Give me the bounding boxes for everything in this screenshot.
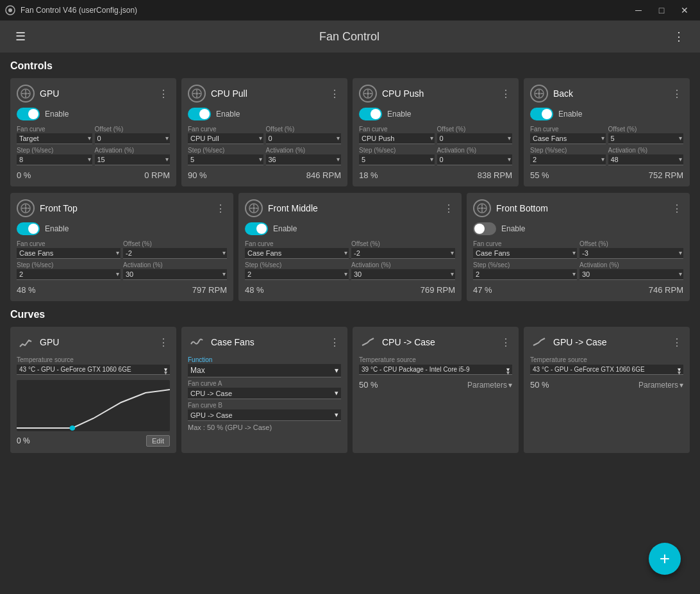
cpu-push-step-select[interactable]: 5 [359,154,435,165]
curve-icon-case-fans [188,333,206,351]
cpu-pull-toggle[interactable] [188,108,211,120]
control-card-front-top: Front Top ⋮ Enable Fan curve Case Fans [10,193,233,301]
cpu-pull-fan-curve-select[interactable]: CPU Pull [188,133,263,144]
add-fab-button[interactable]: + [649,543,681,575]
maximize-button[interactable]: □ [651,0,672,21]
gpu-fan-curve-select[interactable]: Target [17,133,92,144]
cpu-pull-menu-btn[interactable]: ⋮ [328,88,341,100]
front-middle-offset-field: Offset (%) -2 [351,240,455,259]
back-activation-select[interactable]: 48 [608,154,684,165]
back-activation-field: Activation (%) 48 [608,147,684,165]
cpu-pull-activation-field: Activation (%) 36 [266,147,342,165]
curves-section-title: Curves [10,309,690,320]
gpu-step-select[interactable]: 8 [17,154,92,165]
back-pct: 55 % [530,170,549,180]
front-bottom-fan-curve-select[interactable]: Case Fans [473,248,577,259]
back-offset-select[interactable]: 5 [608,133,684,144]
front-bottom-toggle[interactable] [473,222,496,235]
front-top-activation-select[interactable]: 30 [123,269,227,280]
front-middle-toggle[interactable] [245,222,268,235]
gpu-step-field: Step (%/sec) 8 [17,147,92,165]
card-header-back: Back ⋮ [530,85,683,103]
front-bottom-step-field: Step (%/sec) 2 [473,261,577,280]
cpu-push-menu-btn[interactable]: ⋮ [499,88,512,100]
gpu-offset-select[interactable]: 0 [95,133,171,144]
front-top-toggle[interactable] [17,222,40,235]
gpu-case-temp-source-value[interactable]: 43 °C - GPU - GeForce GTX 1060 6GE ▾ [530,365,683,375]
gpu-case-curve-menu-btn[interactable]: ⋮ [671,336,683,349]
cpu-push-activation-select[interactable]: 0 [437,154,513,165]
front-bottom-activation-field: Activation (%) 30 [579,261,683,280]
back-toggle[interactable] [530,108,553,120]
front-bottom-activation-select[interactable]: 30 [579,269,683,280]
gpu-case-params-btn[interactable]: Parameters ▾ [638,381,683,390]
front-top-offset-select[interactable]: -2 [123,248,227,259]
gpu-chart-area [17,380,170,431]
front-middle-offset-select[interactable]: -2 [351,248,455,259]
svg-point-1 [8,8,12,12]
card-header-front-top: Front Top ⋮ [17,199,227,217]
cpu-case-temp-source-value[interactable]: 39 °C - CPU Package - Intel Core i5-9 ▾ [359,365,512,375]
back-step-select[interactable]: 2 [530,154,606,165]
gpu-menu-btn[interactable]: ⋮ [157,88,170,100]
close-button[interactable]: ✕ [674,0,695,21]
front-top-menu-btn[interactable]: ⋮ [214,202,227,215]
gpu-edit-btn[interactable]: Edit [146,435,170,447]
front-top-fan-curve-select[interactable]: Case Fans [17,248,121,259]
cpu-pull-offset-select[interactable]: 0 [266,133,342,144]
hamburger-button[interactable]: ☰ [10,27,31,46]
cpu-push-toggle[interactable] [359,108,382,120]
cpu-pull-field-row-2: Step (%/sec) 5 Activation (%) 36 [188,147,341,165]
front-middle-fan-curve-field: Fan curve Case Fans [245,240,349,259]
front-middle-fan-curve-select[interactable]: Case Fans [245,248,349,259]
gpu-toggle[interactable] [17,108,40,120]
front-top-step-field: Step (%/sec) 2 [17,261,121,280]
case-fans-curve-menu-btn[interactable]: ⋮ [328,336,341,349]
front-middle-step-select[interactable]: 2 [245,269,349,280]
front-bottom-step-select[interactable]: 2 [473,269,577,280]
svg-point-16 [70,425,76,431]
cpu-push-rpm: 838 RPM [478,170,512,180]
front-bottom-offset-select[interactable]: -3 [579,248,683,259]
curve-title-gpu: GPU [40,337,59,347]
back-card-footer: 55 % 752 RPM [530,170,683,180]
cpu-push-offset-select[interactable]: 0 [437,133,513,144]
front-bottom-fan-curve-field: Fan curve Case Fans [473,240,577,259]
case-fans-curve-b-value[interactable]: GPU -> Case▾ [188,409,341,421]
case-fans-function-value[interactable]: Max▾ [188,364,341,377]
gpu-card-footer: 0 % 0 RPM [17,170,170,180]
gpu-activation-select[interactable]: 15 [95,154,171,165]
minimize-button[interactable]: ─ [628,0,649,21]
curve-header-gpu: GPU ⋮ [17,333,170,351]
cpu-case-params-row: 50 % Parameters ▾ [359,380,512,390]
gpu-temp-source-value[interactable]: 43 °C - GPU - GeForce GTX 1060 6GE ▾ [17,365,170,375]
gpu-enable-label: Enable [45,110,69,119]
fan-icon-cpu-push [359,85,377,103]
card-header-gpu: GPU ⋮ [17,85,170,103]
header: ☰ Fan Control ⋮ [0,21,700,53]
front-middle-activation-select[interactable]: 30 [351,269,455,280]
cpu-pull-step-select[interactable]: 5 [188,154,263,165]
cpu-case-params-btn[interactable]: Parameters ▾ [467,381,512,390]
cpu-pull-activation-select[interactable]: 36 [266,154,342,165]
back-fan-curve-select[interactable]: Case Fans [530,133,606,144]
gpu-curve-menu-btn[interactable]: ⋮ [157,336,170,349]
gpu-case-pct: 50 % [530,380,549,390]
front-middle-menu-btn[interactable]: ⋮ [442,202,455,215]
front-top-step-select[interactable]: 2 [17,269,121,280]
header-menu-button[interactable]: ⋮ [668,27,690,46]
back-menu-btn[interactable]: ⋮ [671,88,683,100]
svg-point-7 [367,92,369,95]
cpu-push-fan-curve-field: Fan curve CPU Push [359,126,435,144]
card-title-back: Back [553,88,573,99]
cpu-case-curve-menu-btn[interactable]: ⋮ [499,336,512,349]
case-fans-curve-a-value[interactable]: CPU -> Case▾ [188,388,341,399]
card-title-cpu-pull: CPU Pull [211,88,247,99]
front-bottom-menu-btn[interactable]: ⋮ [671,202,683,215]
control-card-back: Back ⋮ Enable Fan curve Case Fans [524,78,690,186]
cpu-push-fan-curve-select[interactable]: CPU Push [359,133,435,144]
front-bottom-card-footer: 47 % 746 RPM [473,285,683,295]
gpu-activation-label: Activation (%) [95,147,171,154]
control-card-cpu-push: CPU Push ⋮ Enable Fan curve CPU Push [353,78,519,186]
gpu-activation-field: Activation (%) 15 [95,147,171,165]
